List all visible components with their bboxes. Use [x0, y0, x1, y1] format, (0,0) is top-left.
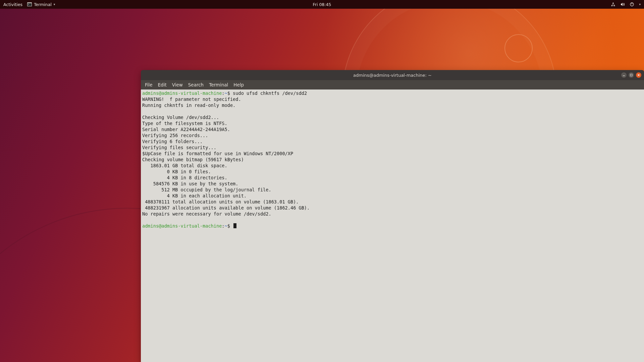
clock[interactable]: Fri 08:45: [313, 2, 331, 7]
window-close-button[interactable]: [636, 72, 641, 78]
window-minimize-button[interactable]: [621, 72, 627, 78]
output-line: $UpCase file is formatted for use in Win…: [142, 151, 293, 156]
terminal-viewport[interactable]: admins@admins-virtual-machine:~$ sudo uf…: [141, 89, 644, 362]
prompt-user: admins@admins-virtual-machine: [142, 90, 222, 96]
menu-file[interactable]: File: [145, 82, 153, 87]
output-line: Verifying files security...: [142, 145, 216, 150]
volume-icon[interactable]: [620, 2, 625, 7]
menu-edit[interactable]: Edit: [158, 82, 167, 87]
output-line: No repairs were necessary for volume /de…: [142, 211, 271, 217]
output-line: Checking Volume /dev/sdd2...: [142, 115, 219, 120]
prompt-sigil: $: [227, 90, 230, 96]
prompt-sigil: $: [227, 223, 230, 229]
output-line: Verifying 256 records...: [142, 133, 208, 138]
window-controls: [621, 72, 641, 78]
power-icon[interactable]: [630, 2, 634, 7]
chevron-down-icon: ▾: [54, 3, 55, 6]
prompt-path: ~: [225, 223, 227, 229]
terminal-window: admins@admins-virtual-machine: ~ File Ed…: [141, 70, 644, 362]
output-line: 584576 KB in use by the system.: [142, 181, 238, 186]
prompt-user: admins@admins-virtual-machine: [142, 223, 222, 229]
output-line: WARNING! f parameter not specified.: [142, 97, 241, 102]
output-line: Type of the filesystem is NTFS.: [142, 121, 227, 126]
prompt-sep: :: [222, 223, 224, 229]
window-maximize-button[interactable]: [629, 72, 634, 78]
window-title: admins@admins-virtual-machine: ~: [353, 73, 432, 78]
output-line: 4 KB in 8 directories.: [142, 175, 227, 180]
prompt-sep: :: [222, 90, 224, 96]
output-line: Serial number A2244A42-244A19A5.: [142, 127, 230, 132]
menu-view[interactable]: View: [172, 82, 183, 87]
network-icon[interactable]: [611, 2, 615, 7]
terminal-menubar: File Edit View Search Terminal Help: [141, 80, 644, 89]
output-line: 0 KB in 0 files.: [142, 169, 211, 174]
system-menu-chevron-icon[interactable]: ▾: [639, 3, 641, 6]
activities-button[interactable]: Activities: [3, 2, 22, 7]
output-line: 488231967 allocation units available on …: [142, 205, 310, 210]
app-menu-label: Terminal: [34, 2, 52, 7]
terminal-app-icon: [27, 2, 32, 6]
prompt-path: ~: [225, 90, 227, 96]
output-line: Running chkntfs in read-only mode.: [142, 103, 235, 108]
menu-help[interactable]: Help: [233, 82, 244, 87]
window-titlebar[interactable]: admins@admins-virtual-machine: ~: [141, 70, 644, 80]
gnome-top-bar: Activities Terminal ▾ Fri 08:45 ▾: [0, 0, 644, 9]
app-menu[interactable]: Terminal ▾: [27, 2, 55, 7]
output-line: Checking volume bitmap (59617 kBytes): [142, 157, 244, 162]
menu-terminal[interactable]: Terminal: [209, 82, 228, 87]
terminal-cursor: [233, 223, 236, 228]
cmd-line-1: sudo ufsd chkntfs /dev/sdd2: [233, 90, 307, 96]
output-line: Verifying 6 folders...: [142, 139, 203, 144]
svg-rect-8: [630, 74, 632, 76]
output-line: 1863.01 GB total disk space.: [142, 163, 227, 168]
output-line: 488378111 total allocation units on volu…: [142, 199, 299, 204]
menu-search[interactable]: Search: [188, 82, 204, 87]
output-line: 512 MB occupied by the log/journal file.: [142, 187, 271, 192]
output-line: 4 KB in each allocation unit.: [142, 193, 247, 198]
